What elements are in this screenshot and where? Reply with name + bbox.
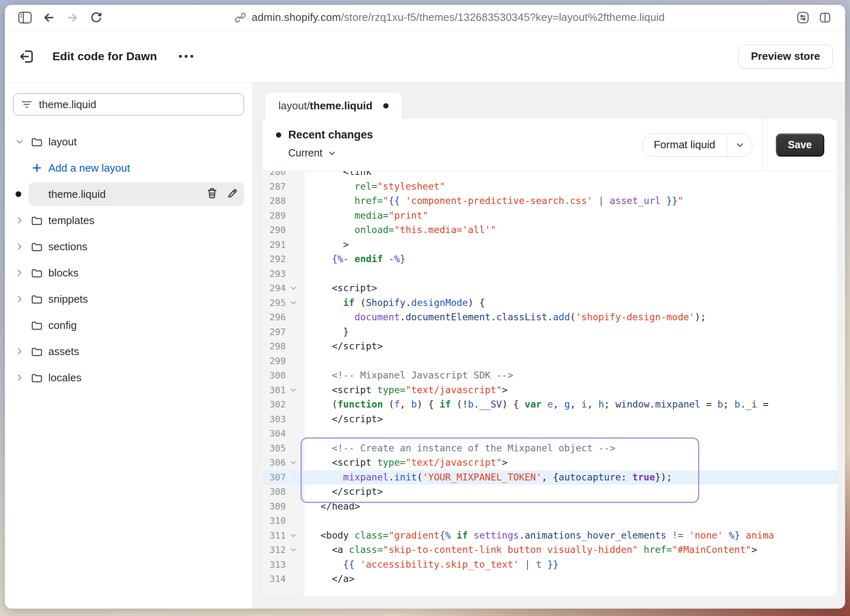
code-editor[interactable]: 286 <link287 rel="stylesheet"288 href="{… [263, 171, 837, 596]
code-line[interactable]: 291 > [263, 238, 837, 252]
line-gutter: 286 [263, 171, 304, 179]
format-liquid-button[interactable]: Format liquid [642, 133, 753, 157]
code-line[interactable]: 304 [263, 426, 837, 441]
code-line[interactable]: 292 {%- endif -%} [263, 252, 837, 267]
tab-theme-liquid[interactable]: layout/theme.liquid [265, 93, 402, 119]
rename-icon [227, 188, 238, 199]
fold-toggle[interactable] [286, 532, 301, 539]
code-line[interactable]: 303 </script> [263, 412, 837, 427]
fold-toggle[interactable] [286, 387, 301, 394]
line-number: 297 [263, 325, 286, 340]
back-icon[interactable] [39, 8, 58, 27]
code-line[interactable]: 290 onload="this.media='all'" [263, 223, 837, 238]
code-line[interactable]: 310 [263, 514, 837, 528]
plus-icon [30, 163, 43, 173]
code-line[interactable]: 297 } [263, 325, 837, 340]
sidebar-item-sections[interactable]: sections [13, 233, 244, 260]
code-line[interactable]: 296 document.documentElement.classList.a… [263, 310, 837, 325]
folder-icon [31, 293, 43, 305]
code-line-text [304, 426, 837, 441]
sidebar-item-config[interactable]: config [13, 312, 244, 338]
sidebar-item-add-a-new-layout[interactable]: Add a new layout [13, 155, 244, 181]
sidebar-item-assets[interactable]: assets [13, 338, 244, 365]
code-line[interactable]: 307 mixpanel.init('YOUR_MIXPANEL_TOKEN',… [263, 470, 837, 485]
chevron-right-icon [16, 295, 24, 303]
line-number: 287 [263, 179, 286, 194]
reload-icon[interactable] [87, 8, 106, 27]
chevron-right-icon [13, 347, 29, 356]
sidebar-toggle-icon[interactable] [16, 8, 34, 27]
code-line[interactable]: 287 rel="stylesheet" [263, 179, 837, 194]
save-button[interactable]: Save [776, 134, 824, 156]
file-search-input[interactable]: theme.liquid [13, 93, 244, 116]
code-line[interactable]: 293 [263, 267, 837, 281]
sidebar-item-locales[interactable]: locales [13, 365, 244, 391]
code-line[interactable]: 312 <a class="skip-to-content-link butto… [263, 543, 837, 557]
file-tree: layoutAdd a new layouttheme.liquidtempla… [13, 129, 244, 391]
line-gutter: 300 [263, 368, 304, 383]
fold-chevron-icon [290, 285, 297, 292]
code-line[interactable]: 294 <script> [263, 281, 837, 296]
code-line[interactable]: 298 </script> [263, 339, 837, 354]
code-line[interactable]: 286 <link [263, 171, 837, 179]
version-dropdown[interactable]: Current [288, 147, 642, 159]
sidebar-item-layout[interactable]: layout [13, 129, 244, 155]
tree-row-body: Add a new layout [29, 156, 244, 180]
code-line[interactable]: 295 if (Shopify.designMode) { [263, 296, 837, 310]
tree-row-body: locales [29, 366, 244, 390]
sidebar-item-templates[interactable]: templates [13, 207, 244, 233]
sidebar-item-blocks[interactable]: blocks [13, 260, 244, 286]
code-line[interactable]: 299 [263, 354, 837, 369]
code-line-text: > [304, 238, 837, 252]
folder-icon [31, 267, 43, 279]
code-line-text: <!-- Create an instance of the Mixpanel … [304, 441, 837, 456]
more-actions-button[interactable] [175, 51, 197, 62]
fold-toggle[interactable] [286, 299, 301, 306]
fold-toggle[interactable] [286, 546, 301, 553]
line-number: 300 [263, 368, 286, 383]
code-line[interactable]: 288 href="{{ 'component-predictive-searc… [263, 194, 837, 208]
tree-row-body: sections [29, 235, 244, 258]
code-line[interactable]: 308 </script> [263, 485, 837, 499]
chevron-right-icon [16, 374, 24, 382]
split-view-icon[interactable] [816, 8, 834, 27]
code-line[interactable]: 302 (function (f, b) { if (!b.__SV) { va… [263, 397, 837, 412]
tree-item-label: config [48, 319, 77, 332]
code-line[interactable]: 289 media="print" [263, 208, 837, 223]
fold-toggle[interactable] [286, 285, 301, 292]
folder-icon [30, 241, 43, 252]
code-line-text: if (Shopify.designMode) { [304, 296, 837, 310]
code-line[interactable]: 301 <script type="text/javascript"> [263, 383, 837, 398]
file-row-actions [206, 187, 238, 201]
delete-file-button[interactable] [206, 187, 218, 201]
sidebar-item-theme-liquid[interactable]: theme.liquid [13, 181, 244, 207]
version-label: Current [288, 147, 322, 159]
tree-row-body: blocks [29, 261, 244, 285]
fold-chevron-icon [290, 299, 297, 306]
line-gutter: 287 [263, 179, 304, 194]
code-line[interactable]: 309 </head> [263, 499, 837, 514]
line-gutter: 298 [263, 339, 304, 354]
line-number: 289 [263, 208, 286, 223]
delete-icon [206, 187, 218, 199]
line-number: 290 [263, 223, 286, 238]
fold-toggle[interactable] [286, 459, 301, 466]
preview-store-button[interactable]: Preview store [738, 45, 833, 68]
code-line[interactable]: 311 <body class="gradient{% if settings.… [263, 528, 837, 543]
address-field[interactable]: admin.shopify.com/store/rzq1xu-f5/themes… [106, 11, 793, 24]
line-number: 291 [263, 238, 286, 252]
code-line[interactable]: 314 </a> [263, 572, 837, 587]
line-gutter: 311 [263, 528, 304, 543]
code-line[interactable]: 305 <!-- Create an instance of the Mixpa… [263, 441, 837, 456]
format-liquid-dropdown[interactable] [727, 134, 752, 156]
page-settings-icon[interactable] [793, 8, 812, 27]
exit-editor-icon[interactable] [17, 47, 37, 66]
rename-file-button[interactable] [227, 188, 238, 201]
code-line-text: <!-- Mixpanel Javascript SDK --> [304, 368, 837, 383]
folder-icon [30, 372, 43, 383]
sidebar-item-snippets[interactable]: snippets [13, 286, 244, 312]
code-line[interactable]: 313 {{ 'accessibility.skip_to_text' | t … [263, 557, 837, 572]
forward-icon[interactable] [63, 8, 82, 27]
code-line[interactable]: 306 <script type="text/javascript"> [263, 455, 837, 470]
code-line[interactable]: 300 <!-- Mixpanel Javascript SDK --> [263, 368, 837, 383]
